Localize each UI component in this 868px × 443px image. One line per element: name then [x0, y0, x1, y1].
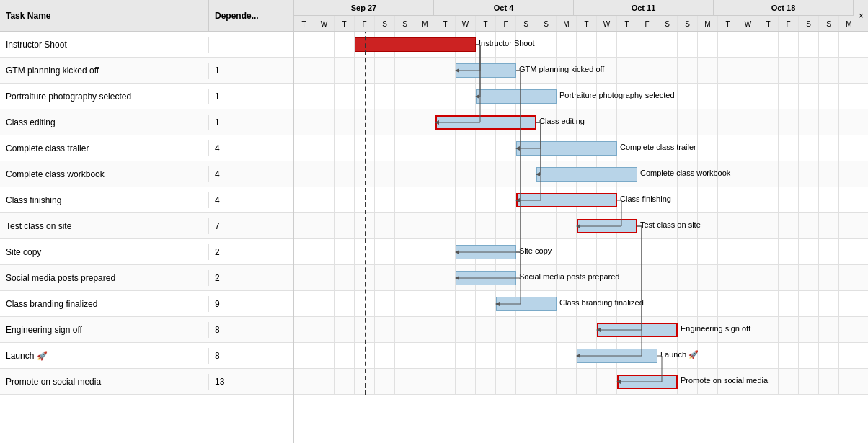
gantt-bar[interactable]: [496, 297, 557, 311]
gantt-day-cell: [698, 213, 718, 238]
gantt-day-cell: [415, 187, 435, 212]
gantt-day-cell: [577, 317, 597, 342]
gantt-day-cell: [456, 161, 476, 187]
gantt-bar[interactable]: [577, 349, 657, 363]
gantt-day-cell: [738, 239, 758, 264]
day-label: F: [637, 16, 657, 32]
gantt-day-cell: [435, 187, 456, 212]
gantt-bar-label: Class branding finalized: [559, 298, 644, 307]
gantt-day-cell: [496, 135, 516, 161]
day-label: S: [678, 16, 698, 32]
gantt-day-cell: [859, 32, 868, 57]
gantt-day-cell: [395, 58, 415, 83]
gantt-day-cell: [859, 187, 868, 212]
gantt-day-cell: [335, 213, 355, 238]
gantt-day-cell: [657, 239, 678, 264]
gantt-day-cell: [375, 58, 395, 83]
gantt-day-cell: [819, 109, 839, 135]
gantt-bar[interactable]: [456, 271, 516, 285]
gantt-day-cell: [375, 213, 395, 238]
gantt-day-cell: [516, 161, 536, 187]
gantt-day-cell: [779, 369, 799, 394]
gantt-day-cell: [738, 265, 758, 290]
gantt-day-cell: [375, 369, 395, 394]
gantt-bar[interactable]: [536, 167, 637, 182]
gantt-day-cell: [657, 109, 678, 135]
gantt-day-cell: [758, 239, 779, 264]
gantt-day-cell: [415, 161, 435, 187]
gantt-bar[interactable]: [577, 219, 637, 233]
task-row: GTM planning kicked off1: [0, 58, 293, 84]
gantt-day-cell: [335, 135, 355, 161]
gantt-day-cell: [758, 32, 779, 57]
gantt-day-cell: [456, 187, 476, 212]
gantt-day-cell: [557, 369, 577, 394]
gantt-day-cell: [799, 317, 819, 342]
gantt-day-cell: [557, 239, 577, 264]
gantt-day-cell: [294, 343, 314, 368]
gantt-day-cell: [314, 317, 335, 342]
task-row: Class branding finalized9: [0, 291, 293, 317]
gantt-day-cell: [657, 32, 678, 57]
gantt-day-cell: [799, 343, 819, 368]
day-label: W: [597, 16, 617, 32]
day-label: T: [294, 16, 314, 32]
gantt-day-cell: [435, 213, 456, 238]
gantt-day-cell: [698, 109, 718, 135]
gantt-bar[interactable]: [456, 245, 516, 259]
gantt-day-cell: [314, 213, 335, 238]
gantt-day-cell: [395, 135, 415, 161]
close-button[interactable]: ×: [854, 0, 868, 32]
gantt-bar[interactable]: [476, 89, 557, 104]
gantt-day-cell: [415, 213, 435, 238]
gantt-day-cell: [536, 317, 557, 342]
gantt-day-cell: [496, 187, 516, 212]
task-row: Test class on site7: [0, 213, 293, 239]
gantt-day-cell: [617, 32, 637, 57]
gantt-bar[interactable]: [435, 115, 536, 130]
gantt-day-cell: [294, 291, 314, 316]
gantt-day-cell: [395, 265, 415, 290]
gantt-bar[interactable]: [456, 63, 516, 78]
gantt-day-cell: [294, 239, 314, 264]
gantt-day-cell: [698, 187, 718, 212]
gantt-day-cell: [355, 135, 375, 161]
task-name-cell: Instructor Shoot: [0, 37, 209, 53]
day-label: W: [456, 16, 476, 32]
gantt-day-cell: [819, 161, 839, 187]
gantt-day-cell: [335, 265, 355, 290]
gantt-day-cell: [698, 135, 718, 161]
gantt-day-cell: [657, 265, 678, 290]
gantt-bar[interactable]: [597, 323, 678, 337]
gantt-day-cell: [839, 213, 859, 238]
task-name-cell: Engineering sign off: [0, 322, 209, 338]
gantt-day-cell: [435, 84, 456, 109]
week-labels: Sep 27Oct 4Oct 11Oct 18: [294, 0, 868, 16]
gantt-bar[interactable]: [617, 375, 678, 389]
gantt-day-cell: [294, 84, 314, 109]
task-name-header: Task Name: [0, 0, 209, 31]
task-panel: Task Name Depende... Instructor ShootGTM…: [0, 0, 294, 443]
gantt-bar[interactable]: [516, 193, 617, 207]
task-row: Portraiture photography selected1: [0, 84, 293, 109]
gantt-day-cell: [395, 213, 415, 238]
week-label: Oct 4: [434, 0, 574, 15]
gantt-bar[interactable]: [355, 37, 476, 52]
gantt-bar-label: Test class on site: [640, 220, 701, 229]
day-label: S: [395, 16, 415, 32]
day-label: S: [536, 16, 557, 32]
gantt-day-cell: [738, 109, 758, 135]
gantt-day-cell: [335, 187, 355, 212]
gantt-bar-label: GTM planning kicked off: [519, 65, 604, 73]
task-row: Class editing1: [0, 109, 293, 135]
gantt-day-cell: [859, 84, 868, 109]
gantt-bar[interactable]: [516, 141, 617, 156]
gantt-day-cell: [718, 213, 738, 238]
gantt-day-cell: [839, 32, 859, 57]
gantt-day-cell: [799, 161, 819, 187]
gantt-day-cell: [395, 369, 415, 394]
gantt-day-cell: [799, 109, 819, 135]
gantt-day-cell: [758, 265, 779, 290]
gantt-bar-label: Class finishing: [620, 194, 671, 203]
gantt-day-cell: [314, 343, 335, 368]
